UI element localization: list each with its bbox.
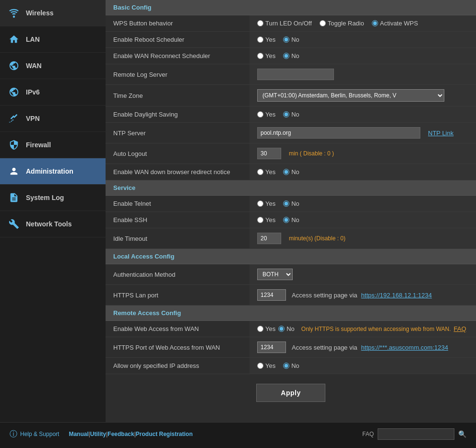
utility-link[interactable]: Utility [90, 431, 106, 437]
web-access-label: Enable Web Access from WAN [106, 321, 250, 337]
wan-down-yes[interactable]: Yes [257, 168, 275, 176]
sidebar: Wireless LAN WAN IPv6 VPN [0, 0, 106, 422]
ssh-no[interactable]: No [283, 216, 299, 224]
wps-option-led[interactable]: Turn LED On/Off [257, 20, 312, 27]
web-access-no-radio[interactable] [278, 326, 285, 332]
sidebar-item-ipv6[interactable]: IPv6 [0, 79, 106, 106]
remote-access-header: Remote Access Config [106, 306, 476, 321]
service-header: Service [106, 180, 476, 196]
idle-input[interactable] [257, 233, 281, 244]
https-wan-hint-text: Access setting page via [292, 344, 357, 351]
https-wan-link[interactable]: https://***.asuscomm.com:1234 [361, 344, 448, 351]
manual-link[interactable]: Manual [69, 431, 88, 437]
telnet-no-radio[interactable] [283, 200, 289, 207]
web-access-yes-radio[interactable] [257, 326, 263, 332]
wps-toggle-label: Toggle Radio [328, 20, 364, 27]
ntp-input[interactable] [257, 127, 420, 139]
globe-icon [8, 59, 20, 72]
wps-toggle-radio[interactable] [320, 20, 326, 26]
sidebar-item-lan[interactable]: LAN [0, 26, 106, 53]
https-wan-port-input[interactable] [257, 342, 286, 353]
telnet-no[interactable]: No [283, 200, 299, 207]
autologout-input[interactable] [257, 148, 281, 159]
daylight-yes-radio[interactable] [257, 111, 263, 118]
wps-activate-radio[interactable] [372, 20, 378, 26]
wps-label: WPS Button behavior [106, 15, 250, 32]
sidebar-item-administration-label: Administration [26, 167, 73, 175]
feedback-link[interactable]: Feedback [107, 431, 134, 437]
timezone-select[interactable]: (GMT+01:00) Amsterdam, Berlin, Brussels,… [257, 89, 444, 102]
ssh-label: Enable SSH [106, 212, 250, 228]
help-icon: ⓘ [10, 429, 17, 439]
wan-reconnect-no[interactable]: No [283, 52, 299, 59]
wps-option-radio[interactable]: Toggle Radio [320, 20, 364, 27]
allow-ip-yes-radio[interactable] [257, 363, 263, 369]
wan-reconnect-no-radio[interactable] [283, 53, 289, 59]
reboot-yes-radio[interactable] [257, 36, 263, 43]
daylight-no[interactable]: No [283, 111, 299, 118]
allow-ip-no-radio[interactable] [283, 363, 289, 369]
remote-log-label: Remote Log Server [106, 64, 250, 85]
timezone-label: Time Zone [106, 85, 250, 106]
sidebar-item-lan-label: LAN [26, 35, 40, 43]
auth-method-select[interactable]: BOTH HTTPS HTTP [257, 269, 293, 280]
autologout-label: Auto Logout [106, 143, 250, 164]
web-access-yes[interactable]: Yes [257, 325, 275, 332]
sidebar-item-vpn[interactable]: VPN [0, 106, 106, 132]
main-content: Basic Config WPS Button behavior Turn LE… [106, 0, 476, 422]
reboot-no-radio[interactable] [283, 36, 289, 43]
product-reg-link[interactable]: Product Registration [136, 431, 193, 437]
table-row: Auto Logout min ( Disable : 0 ) [106, 143, 476, 164]
wan-reconnect-radio-group: Yes No [257, 52, 468, 59]
faq-search-input[interactable] [378, 428, 454, 440]
ntp-field-group: NTP Link [257, 127, 468, 139]
reboot-label: Enable Reboot Scheduler [106, 32, 250, 48]
ssh-yes-radio[interactable] [257, 217, 263, 223]
wifi-icon [8, 7, 20, 19]
reboot-no[interactable]: No [283, 36, 299, 43]
sidebar-item-wan[interactable]: WAN [0, 53, 106, 79]
wan-down-yes-radio[interactable] [257, 169, 263, 175]
sidebar-item-network-tools[interactable]: Network Tools [0, 211, 106, 237]
daylight-yes[interactable]: Yes [257, 111, 275, 118]
sidebar-item-network-tools-label: Network Tools [26, 220, 71, 228]
wps-led-label: Turn LED On/Off [265, 20, 312, 27]
wan-reconnect-yes-radio[interactable] [257, 53, 263, 59]
daylight-no-radio[interactable] [283, 111, 289, 118]
remote-access-table: Enable Web Access from WAN Yes No Only H… [106, 321, 476, 374]
reboot-yes[interactable]: Yes [257, 36, 275, 43]
sidebar-item-firewall[interactable]: Firewall [0, 132, 106, 158]
wan-down-no-radio[interactable] [283, 169, 289, 175]
autologout-field-group: min ( Disable : 0 ) [257, 148, 468, 159]
footer-links: Manual | Utility | Feedback | Product Re… [69, 431, 192, 437]
apply-button[interactable]: Apply [256, 384, 325, 402]
shield-icon [8, 139, 20, 151]
allow-ip-no[interactable]: No [283, 362, 299, 369]
sidebar-item-wireless[interactable]: Wireless [0, 0, 106, 26]
sidebar-item-wan-label: WAN [26, 62, 42, 70]
sidebar-item-system-log[interactable]: System Log [0, 185, 106, 211]
ipv6-icon [8, 86, 20, 98]
remote-log-input[interactable] [257, 69, 334, 80]
web-access-no[interactable]: No [278, 325, 295, 332]
https-lan-link[interactable]: https://192.168.12.1:1234 [361, 292, 432, 299]
ntp-link[interactable]: NTP Link [428, 130, 453, 137]
wan-down-no[interactable]: No [283, 168, 299, 176]
telnet-yes[interactable]: Yes [257, 200, 275, 207]
telnet-yes-radio[interactable] [257, 200, 263, 207]
ssh-no-radio[interactable] [283, 217, 289, 223]
table-row: Time Zone (GMT+01:00) Amsterdam, Berlin,… [106, 85, 476, 106]
sidebar-item-administration[interactable]: Administration [0, 158, 106, 185]
ssh-yes[interactable]: Yes [257, 216, 275, 224]
wps-option-activate[interactable]: Activate WPS [372, 20, 418, 27]
search-icon[interactable]: 🔍 [458, 430, 466, 438]
table-row: Enable WAN down browser redirect notice … [106, 164, 476, 180]
table-row: Remote Log Server [106, 64, 476, 85]
local-access-table: Authentication Method BOTH HTTPS HTTP HT… [106, 264, 476, 306]
web-access-faq-link[interactable]: FAQ [454, 325, 466, 332]
wan-reconnect-yes[interactable]: Yes [257, 52, 275, 59]
https-port-input[interactable] [257, 289, 286, 301]
basic-config-table: WPS Button behavior Turn LED On/Off Togg… [106, 15, 476, 180]
wps-led-radio[interactable] [257, 20, 263, 26]
allow-ip-yes[interactable]: Yes [257, 362, 275, 369]
